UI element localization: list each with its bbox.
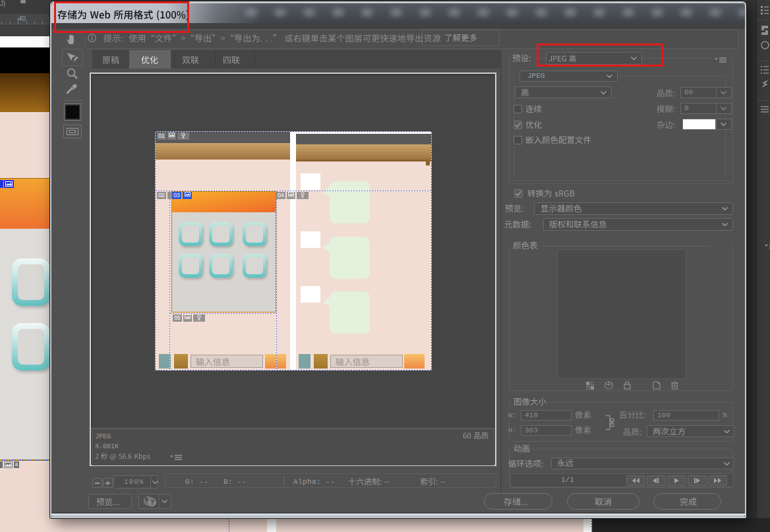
svg-text:?: ? xyxy=(150,498,155,506)
